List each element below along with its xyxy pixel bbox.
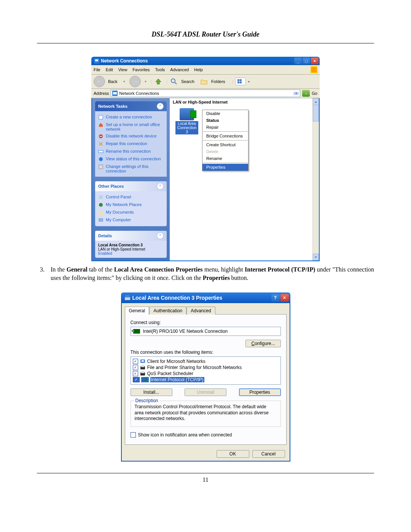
menu-edit[interactable]: Edit [106,67,113,72]
task-view-status[interactable]: View status of this connection [98,155,164,163]
configure-button[interactable]: Configure... [245,340,280,347]
menu-file[interactable]: File [94,67,100,72]
back-button[interactable]: ← [94,76,105,87]
scroll-up-icon[interactable]: ▲ [313,98,319,105]
menu-favorites[interactable]: Favorites [132,67,150,72]
place-label: Control Panel [106,195,131,200]
task-setup-network[interactable]: Set up a home or small office network [98,121,164,133]
svg-rect-21 [125,297,130,300]
task-rename[interactable]: Rename this connection [98,148,164,155]
scroll-thumb[interactable] [313,105,319,121]
ctx-properties[interactable]: Properties [202,164,248,171]
task-disable-device[interactable]: Disable this network device [98,133,164,140]
menu-bar[interactable]: File Edit View Favorites Tools Advanced … [91,65,320,75]
tab-authentication[interactable]: Authentication [149,307,186,315]
help-button[interactable]: ? [271,294,280,302]
network-tasks-header[interactable]: Network Tasks ⌃ [95,101,167,111]
ctx-disable[interactable]: Disable [202,110,248,117]
cancel-button[interactable]: Cancel [252,450,285,458]
step-text: In the General tab of the Local Area Con… [51,265,374,282]
connection-item[interactable]: Local Area Connection 3 [175,108,198,134]
minimize-button[interactable]: _ [294,58,302,64]
menu-advanced[interactable]: Advanced [170,67,189,72]
ctx-separator [203,131,248,132]
adapter-name: Intel(R) PRO/100 VE Network Connection [143,329,228,334]
go-button[interactable]: → [302,90,310,97]
back-dropdown-icon[interactable]: ▼ [123,80,126,83]
menu-tools[interactable]: Tools [155,67,165,72]
scrollbar[interactable]: ▲ ▼ [312,98,319,260]
ctx-status[interactable]: Status [202,117,248,124]
place-control-panel[interactable]: Control Panel [98,193,164,201]
tab-content: Connect using: Intel(R) PRO/100 VE Netwo… [125,314,287,445]
close-button[interactable]: × [311,58,319,64]
checkbox-icon[interactable] [131,432,136,438]
ok-button[interactable]: OK [217,450,249,458]
tab-general[interactable]: General [125,307,150,315]
address-input[interactable]: Network Connections ▼ [111,89,300,97]
maximize-button[interactable]: □ [303,58,310,64]
ctx-separator [203,140,248,141]
menu-help[interactable]: Help [194,67,203,72]
screenshot-network-connections: Network Connections _ □ × File Edit View… [91,57,320,258]
task-label: Create a new connection [106,115,152,120]
item-label: QoS Packet Scheduler [147,371,193,376]
scroll-down-icon[interactable]: ▼ [313,254,319,260]
address-value: Network Connections [119,91,159,96]
other-places-header[interactable]: Other Places ⌃ [95,181,167,191]
checkbox-icon[interactable]: ✓ [133,365,138,370]
disable-icon [98,134,104,139]
svg-rect-26 [141,365,144,367]
show-icon-row[interactable]: Show icon in notification area when conn… [131,432,281,438]
tab-bar: General Authentication Advanced [125,307,287,315]
svg-rect-17 [99,165,103,169]
ctx-rename[interactable]: Rename [202,155,248,162]
search-icon[interactable] [170,77,178,86]
ctx-shortcut[interactable]: Create Shortcut [202,141,248,148]
ctx-bridge[interactable]: Bridge Connections [202,133,248,139]
item-label: Internet Protocol (TCP/IP) [150,377,204,382]
folders-icon[interactable] [200,77,208,86]
place-my-computer[interactable]: My Computer [98,216,164,224]
status-icon [98,157,104,162]
menu-view[interactable]: View [118,67,127,72]
items-list[interactable]: ✓Client for Microsoft Networks ✓File and… [131,356,281,385]
forward-button[interactable]: → [129,76,141,87]
task-repair[interactable]: Repair this connection [98,140,164,148]
footer-rule [37,473,374,473]
close-button[interactable]: × [280,294,289,302]
item-client-ms[interactable]: ✓Client for Microsoft Networks [132,358,279,364]
client-icon [140,359,146,364]
address-dropdown-icon[interactable]: ▼ [293,92,299,95]
details-title: Details [98,233,112,238]
collapse-icon[interactable]: ⌃ [157,232,164,239]
item-tcpip[interactable]: ✓Internet Protocol (TCP/IP) [132,377,279,383]
ctx-repair[interactable]: Repair [202,124,248,131]
items-label: This connection uses the following items… [131,350,281,355]
properties-button[interactable]: Properties [239,388,281,396]
collapse-icon[interactable]: ⌃ [157,183,164,190]
item-qos[interactable]: ✓QoS Packet Scheduler [132,371,279,377]
collapse-icon[interactable]: ⌃ [157,103,164,110]
forward-dropdown-icon[interactable]: ▼ [144,80,147,83]
install-button[interactable]: Install... [131,388,172,396]
task-change-settings[interactable]: Change settings of this connection [98,163,164,174]
checkbox-icon[interactable]: ✓ [133,371,138,376]
views-button[interactable] [235,78,246,85]
place-network-places[interactable]: My Network Places [98,201,164,209]
task-label: Rename this connection [106,149,151,154]
tab-advanced[interactable]: Advanced [186,307,215,315]
svg-rect-7 [240,79,242,81]
svg-line-5 [175,82,177,84]
page-header: DSL-564T ADSL Router User's Guide [37,30,374,38]
checkbox-icon[interactable]: ✓ [133,377,140,382]
up-icon[interactable] [154,77,162,86]
documents-icon [98,210,104,215]
item-file-printer[interactable]: ✓File and Printer Sharing for Microsoft … [132,364,279,371]
task-create-connection[interactable]: Create a new connection [98,113,164,121]
page-number: 11 [37,476,374,483]
checkbox-icon[interactable]: ✓ [133,359,138,364]
details-header[interactable]: Details ⌃ [95,231,167,241]
uninstall-button[interactable]: Uninstall [185,388,226,396]
place-my-documents[interactable]: My Documents [98,209,164,216]
